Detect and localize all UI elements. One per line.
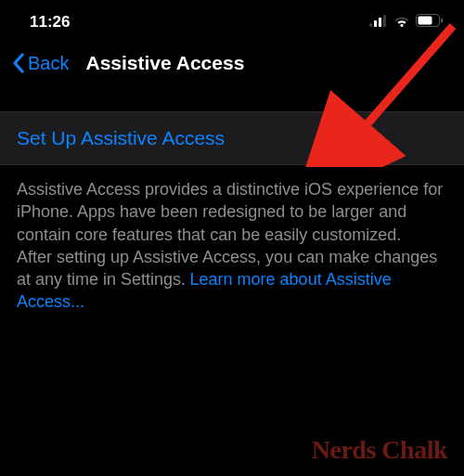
status-bar: 11:26 bbox=[0, 0, 464, 39]
page-title: Assistive Access bbox=[85, 52, 244, 74]
svg-rect-6 bbox=[419, 17, 432, 25]
setup-assistive-access-row[interactable]: Set Up Assistive Access bbox=[0, 111, 464, 165]
svg-rect-2 bbox=[379, 18, 381, 27]
status-icons bbox=[369, 14, 444, 31]
description-block: Assistive Access provides a distinctive … bbox=[0, 165, 464, 314]
chevron-left-icon bbox=[11, 52, 26, 74]
back-button[interactable]: Back bbox=[11, 52, 69, 74]
watermark: Nerds Chalk bbox=[312, 435, 447, 465]
nav-header: Back Assistive Access bbox=[0, 39, 464, 91]
svg-rect-3 bbox=[383, 15, 386, 27]
svg-rect-0 bbox=[369, 23, 372, 27]
setup-assistive-access-label: Set Up Assistive Access bbox=[17, 127, 447, 149]
svg-rect-1 bbox=[374, 20, 377, 27]
back-label: Back bbox=[28, 53, 69, 74]
description-paragraph-1: Assistive Access provides a distinctive … bbox=[17, 178, 447, 246]
wifi-icon bbox=[393, 14, 410, 31]
svg-point-4 bbox=[400, 24, 403, 27]
svg-rect-7 bbox=[441, 19, 443, 23]
battery-icon bbox=[416, 14, 444, 31]
description-paragraph-2: After setting up Assistive Access, you c… bbox=[17, 246, 447, 314]
cellular-icon bbox=[369, 14, 388, 31]
status-time: 11:26 bbox=[30, 13, 70, 32]
